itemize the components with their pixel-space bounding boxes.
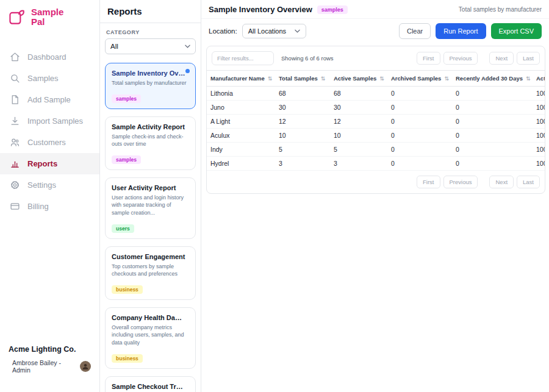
report-card-sample-activity-report[interactable]: Sample Activity ReportSample check-ins a…	[105, 116, 196, 170]
report-card-title: Company Health Dashboard	[112, 314, 189, 321]
report-card-user-activity-report[interactable]: User Activity ReportUser actions and log…	[105, 177, 196, 239]
page-previous-button[interactable]: Previous	[443, 176, 478, 188]
pagination-top: FirstPreviousNextLast	[417, 52, 540, 65]
report-card-company-health-dashboard[interactable]: Company Health DashboardOverall company …	[105, 307, 196, 369]
table-cell: 12	[275, 115, 330, 129]
sidebar-item-billing[interactable]: Billing	[0, 196, 99, 217]
table-cell: Lithonia	[207, 87, 275, 101]
table-cell: 0	[387, 157, 452, 171]
clear-button[interactable]: Clear	[399, 23, 431, 39]
sidebar-item-label: Samples	[27, 74, 59, 83]
column-header-manufacturer-name[interactable]: Manufacturer Name⇅	[207, 71, 275, 87]
reports-panel: Reports CATEGORY All Sample Inventory Ov…	[100, 0, 201, 392]
main-header-left: Sample Inventory Overview samples	[209, 5, 348, 14]
table-cell: 100	[533, 115, 545, 129]
sidebar-item-reports[interactable]: Reports	[0, 153, 99, 174]
filter-input[interactable]	[212, 51, 274, 65]
logo[interactable]: Sample Pal	[0, 0, 99, 30]
table-cell: 30	[330, 101, 387, 115]
page-first-button[interactable]: First	[417, 52, 440, 65]
sidebar-item-samples[interactable]: Samples	[0, 68, 99, 89]
report-card-title: Customer Engagement	[112, 253, 189, 260]
report-card-customer-engagement[interactable]: Customer EngagementTop customers by samp…	[105, 246, 196, 300]
page-title-badge: samples	[317, 5, 348, 14]
location-select[interactable]: All Locations	[242, 24, 306, 38]
page-title: Sample Inventory Overview	[209, 5, 312, 14]
app-root: Sample Pal DashboardSamplesAdd SampleImp…	[0, 0, 549, 392]
table-cell: 0	[387, 129, 452, 143]
sidebar-item-label: Settings	[27, 180, 56, 190]
report-tag-badge: samples	[112, 94, 141, 103]
sidebar-item-label: Import Samples	[27, 116, 83, 126]
file-icon	[10, 94, 20, 105]
export-csv-button[interactable]: Export CSV	[491, 23, 542, 39]
report-card-sample-checkout-trends[interactable]: Sample Checkout TrendsDaily trends of sa…	[105, 376, 196, 392]
users-icon	[10, 137, 20, 148]
table-cell: 100	[533, 143, 545, 157]
table-head: Manufacturer Name⇅Total Samples⇅Active S…	[207, 71, 545, 87]
table-cell: 0	[452, 87, 533, 101]
table-cell: 0	[452, 115, 533, 129]
column-header-active-samples[interactable]: Active Samples⇅	[330, 71, 387, 87]
main-content: Sample Inventory Overview samples Total …	[201, 0, 549, 392]
table-cell: 5	[330, 143, 387, 157]
column-header-recently-added-30-days[interactable]: Recently Added 30 Days⇅	[452, 71, 533, 87]
chart-icon	[10, 159, 20, 169]
table-toolbar: Showing 6 of 6 rows FirstPreviousNextLas…	[207, 46, 545, 70]
sidebar-item-add-sample[interactable]: Add Sample	[0, 89, 99, 110]
column-header-acti[interactable]: Acti⇅	[533, 71, 545, 87]
sidebar-item-settings[interactable]: Settings	[0, 174, 99, 196]
sort-arrows-icon: ⇅	[321, 76, 326, 82]
report-card-sample-inventory-overview[interactable]: Sample Inventory OverviewTotal samples b…	[105, 63, 196, 109]
home-icon	[10, 52, 20, 62]
table-cell: 100	[533, 157, 545, 171]
page-first-button[interactable]: First	[417, 176, 440, 188]
sidebar-item-label: Reports	[27, 159, 57, 168]
user-name: Ambrose Bailey - Admin	[12, 359, 74, 374]
user-menu[interactable]: Ambrose Bailey - Admin	[9, 359, 91, 374]
report-card-description: Top customers by sample checkouts and pr…	[112, 263, 189, 278]
page-next-button[interactable]: Next	[489, 176, 514, 188]
report-card-description: Total samples by manufacturer	[112, 79, 189, 87]
table-cell: 100	[533, 129, 545, 143]
table-row: Aculux101000100	[207, 129, 545, 143]
gear-icon	[10, 180, 20, 190]
table-cell: 0	[452, 101, 533, 115]
table-cell: 68	[330, 87, 387, 101]
sidebar-item-label: Dashboard	[27, 52, 66, 62]
page-next-button[interactable]: Next	[489, 52, 514, 65]
main-header: Sample Inventory Overview samples Total …	[201, 0, 549, 19]
page-subtitle: Total samples by manufacturer	[459, 6, 542, 13]
pagination-bottom: FirstPreviousNextLast	[417, 176, 540, 188]
column-label: Active Samples	[334, 75, 376, 82]
category-select-value: All	[110, 43, 118, 50]
table-cell: 100	[533, 87, 545, 101]
sidebar: Sample Pal DashboardSamplesAdd SampleImp…	[0, 0, 100, 392]
table-cell: 3	[275, 157, 330, 171]
column-header-total-samples[interactable]: Total Samples⇅	[275, 71, 330, 87]
sidebar-item-customers[interactable]: Customers	[0, 132, 99, 153]
table-scroll: Manufacturer Name⇅Total Samples⇅Active S…	[207, 70, 545, 171]
sidebar-item-import-samples[interactable]: Import Samples	[0, 110, 99, 132]
table-footer: FirstPreviousNextLast	[207, 171, 545, 193]
user-avatar[interactable]	[80, 361, 91, 372]
sort-arrows-icon: ⇅	[444, 76, 449, 82]
page-last-button[interactable]: Last	[517, 52, 540, 65]
category-select[interactable]: All	[105, 38, 196, 54]
page-last-button[interactable]: Last	[517, 176, 540, 188]
column-label: Manufacturer Name	[210, 75, 265, 82]
column-label: Archived Samples	[391, 75, 441, 82]
sort-arrows-icon: ⇅	[268, 76, 273, 82]
column-header-archived-samples[interactable]: Archived Samples⇅	[387, 71, 452, 87]
report-card-description: User actions and login history with sepa…	[112, 194, 189, 217]
toolbar-actions: Clear Run Report Export CSV	[399, 23, 542, 39]
sidebar-item-dashboard[interactable]: Dashboard	[0, 46, 99, 68]
run-report-button[interactable]: Run Report	[436, 23, 486, 39]
report-tag-badge: business	[112, 285, 143, 294]
chevron-down-icon	[185, 45, 190, 48]
table-header-row: Manufacturer Name⇅Total Samples⇅Active S…	[207, 71, 545, 87]
page-previous-button[interactable]: Previous	[443, 52, 478, 65]
selected-indicator-dot	[185, 69, 190, 73]
table-cell: 0	[387, 115, 452, 129]
panel-divider	[100, 23, 201, 23]
